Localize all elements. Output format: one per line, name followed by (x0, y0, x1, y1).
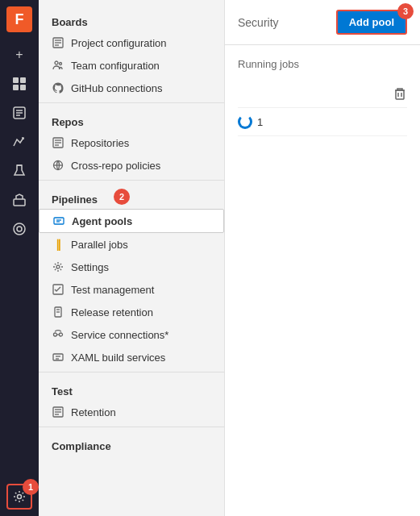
sidebar: Boards Project configuration Team config… (39, 0, 224, 516)
xaml-build-icon (52, 351, 64, 364)
team-config-label: Team configuration (71, 60, 160, 72)
testplans-nav-icon[interactable] (6, 158, 32, 184)
main-header: Security Add pool 3 (225, 0, 420, 45)
agent-pools-label: Agent pools (72, 215, 132, 227)
release-retention-icon (52, 306, 64, 318)
parallel-jobs-icon: ∥ (52, 238, 64, 251)
settings-item-icon (52, 260, 64, 273)
xaml-build-label: XAML build services (71, 352, 165, 364)
sidebar-item-repositories[interactable]: Repositories (39, 131, 224, 154)
svg-point-33 (54, 333, 57, 336)
sidebar-item-service-connections[interactable]: Service connections* (39, 323, 224, 346)
retention-label: Retention (71, 406, 116, 418)
add-pool-button[interactable]: Add pool 3 (336, 10, 407, 35)
project-config-icon (52, 36, 64, 49)
test-management-label: Test management (71, 284, 154, 296)
sidebar-item-xaml-build[interactable]: XAML build services (39, 346, 224, 368)
extensions-nav-icon[interactable] (6, 216, 32, 242)
table-row (238, 80, 407, 108)
repositories-icon (52, 136, 64, 149)
sidebar-item-project-config[interactable]: Project configuration (39, 31, 224, 54)
sidebar-item-parallel-jobs[interactable]: ∥ Parallel jobs (39, 233, 224, 256)
repos-section-title: Repos (39, 106, 224, 131)
add-pool-badge: 3 (397, 3, 414, 19)
github-icon (52, 81, 64, 94)
sidebar-item-github[interactable]: GitHub connections (39, 77, 224, 99)
svg-rect-25 (54, 218, 64, 224)
agent-pools-icon (52, 214, 65, 227)
main-body: Running jobs 1 (225, 45, 420, 149)
svg-rect-36 (53, 354, 63, 360)
sidebar-item-release-retention[interactable]: Release retention (39, 301, 224, 323)
boards-section-title: Boards (39, 6, 224, 31)
boards-nav-icon[interactable] (6, 71, 32, 97)
count-value: 1 (257, 116, 263, 128)
svg-point-12 (18, 495, 22, 499)
activity-bar: F + (0, 0, 39, 516)
artifacts-nav-icon[interactable] (6, 187, 32, 213)
sidebar-item-agent-pools[interactable]: Agent pools (39, 209, 224, 233)
sidebar-item-retention[interactable]: Retention (39, 401, 224, 423)
settings-badge: 1 (23, 479, 39, 495)
cross-repo-label: Cross-repo policies (71, 160, 160, 172)
compliance-section-title: Compliance (39, 431, 224, 456)
service-connections-label: Service connections* (71, 329, 168, 341)
svg-point-34 (60, 333, 63, 336)
running-count: 1 (238, 114, 263, 129)
running-jobs-label: Running jobs (238, 58, 407, 70)
pipelines-nav-icon[interactable] (6, 129, 32, 155)
settings-nav-icon[interactable]: 1 (6, 484, 32, 510)
svg-point-18 (60, 63, 62, 65)
svg-point-11 (17, 227, 22, 231)
test-section-title: Test (39, 376, 224, 401)
svg-point-17 (55, 61, 58, 64)
pipelines-section-title: Pipelines (39, 184, 110, 209)
settings-label: Settings (71, 261, 109, 273)
service-connections-icon (52, 328, 64, 341)
svg-point-10 (14, 223, 25, 235)
parallel-jobs-label: Parallel jobs (71, 239, 128, 251)
cross-repo-icon (52, 159, 64, 172)
repos-nav-icon[interactable] (6, 100, 32, 126)
team-config-icon (52, 59, 64, 72)
plus-nav-icon[interactable]: + (6, 42, 32, 68)
svg-rect-9 (14, 199, 25, 206)
repositories-label: Repositories (71, 137, 129, 149)
delete-icon[interactable] (393, 86, 407, 101)
svg-rect-1 (20, 77, 26, 83)
svg-rect-43 (396, 90, 404, 99)
running-spinner (238, 114, 252, 129)
sidebar-item-test-management[interactable]: Test management (39, 278, 224, 301)
sidebar-item-settings[interactable]: Settings (39, 256, 224, 278)
app-logo[interactable]: F (6, 6, 32, 32)
svg-rect-2 (13, 85, 19, 90)
retention-icon (52, 406, 64, 418)
svg-rect-0 (13, 77, 19, 83)
github-label: GitHub connections (71, 82, 162, 94)
sidebar-item-cross-repo[interactable]: Cross-repo policies (39, 154, 224, 177)
main-content: Security Add pool 3 Running jobs 1 (224, 0, 420, 516)
project-config-label: Project configuration (71, 37, 167, 49)
sidebar-item-team-config[interactable]: Team configuration (39, 54, 224, 77)
table-row-count: 1 (238, 108, 407, 136)
release-retention-label: Release retention (71, 306, 153, 318)
tab-security[interactable]: Security (238, 13, 279, 32)
svg-rect-3 (20, 85, 26, 90)
svg-point-28 (56, 265, 60, 268)
test-management-icon (52, 283, 64, 296)
pipelines-badge: 2 (114, 189, 130, 205)
